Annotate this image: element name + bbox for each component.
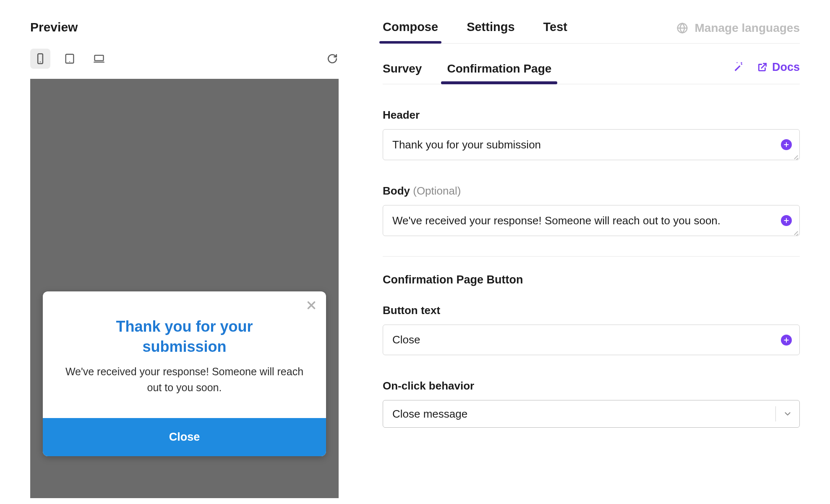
preview-frame: Thank you for your submission We've rece… (30, 79, 339, 498)
tab-compose[interactable]: Compose (383, 20, 438, 43)
onclick-select[interactable]: Close message (383, 400, 800, 428)
docs-link[interactable]: Docs (757, 61, 800, 74)
survey-close-row (43, 291, 326, 313)
plus-icon (783, 217, 790, 224)
close-icon (305, 299, 318, 312)
svg-rect-4 (95, 55, 104, 61)
header-input-wrap (383, 129, 800, 160)
manage-languages-button[interactable]: Manage languages (676, 21, 800, 42)
svg-point-3 (69, 61, 70, 62)
globe-icon (676, 22, 689, 34)
survey-preview-header: Thank you for your submission (43, 313, 326, 364)
phone-icon (34, 53, 46, 65)
onclick-label: On-click behavior (383, 379, 800, 392)
body-add-variable-button[interactable] (781, 215, 792, 226)
header-field-section: Header (383, 109, 800, 160)
sub-tab-confirmation-page[interactable]: Confirmation Page (447, 56, 551, 84)
preview-title: Preview (30, 20, 341, 34)
button-text-label: Button text (383, 304, 800, 317)
body-label: Body (Optional) (383, 184, 800, 197)
survey-preview-card: Thank you for your submission We've rece… (43, 291, 326, 456)
button-text-input[interactable] (383, 325, 799, 355)
desktop-icon (93, 53, 105, 65)
onclick-field-section: On-click behavior Close message (383, 379, 800, 428)
onclick-select-value: Close message (383, 408, 775, 421)
body-input[interactable] (383, 205, 799, 236)
refresh-icon (327, 53, 338, 64)
survey-close-button[interactable] (305, 299, 318, 313)
svg-point-1 (40, 61, 41, 62)
external-link-icon (757, 62, 768, 73)
survey-preview-body: We've received your response! Someone wi… (43, 364, 326, 418)
header-input[interactable] (383, 130, 799, 160)
body-optional-text: (Optional) (413, 184, 461, 197)
tab-settings[interactable]: Settings (467, 20, 514, 43)
plus-icon (783, 141, 790, 148)
top-tabs: Compose Settings Test (383, 20, 567, 43)
body-input-wrap (383, 205, 800, 236)
preview-device-icons (30, 49, 109, 69)
magic-wand-icon (733, 60, 744, 72)
device-phone-button[interactable] (30, 49, 50, 69)
refresh-preview-button[interactable] (324, 50, 341, 67)
sub-tab-survey[interactable]: Survey (383, 56, 422, 84)
plus-icon (783, 337, 790, 343)
button-text-add-variable-button[interactable] (781, 335, 792, 346)
survey-preview-action-button[interactable]: Close (43, 418, 326, 456)
tablet-icon (64, 53, 76, 65)
sub-tabs: Survey Confirmation Page (383, 56, 551, 84)
body-field-section: Body (Optional) (383, 184, 800, 236)
device-desktop-button[interactable] (89, 49, 109, 69)
sub-tabs-row: Survey Confirmation Page Docs (383, 56, 800, 84)
sub-tabs-actions: Docs (733, 60, 800, 80)
docs-link-label: Docs (772, 61, 800, 74)
onclick-select-chevron (776, 409, 799, 418)
header-label: Header (383, 109, 800, 122)
top-tabs-row: Compose Settings Test Manage languages (383, 20, 800, 44)
chevron-down-icon (783, 409, 792, 418)
header-add-variable-button[interactable] (781, 139, 792, 150)
preview-device-bar (30, 49, 341, 69)
device-tablet-button[interactable] (60, 49, 80, 69)
button-text-input-wrap (383, 325, 800, 355)
button-text-field-section: Button text (383, 304, 800, 355)
manage-languages-label: Manage languages (694, 21, 800, 35)
body-label-text: Body (383, 184, 410, 197)
button-section-title: Confirmation Page Button (383, 273, 800, 286)
magic-wand-button[interactable] (733, 60, 744, 74)
section-divider (383, 256, 800, 257)
tab-test[interactable]: Test (543, 20, 567, 43)
